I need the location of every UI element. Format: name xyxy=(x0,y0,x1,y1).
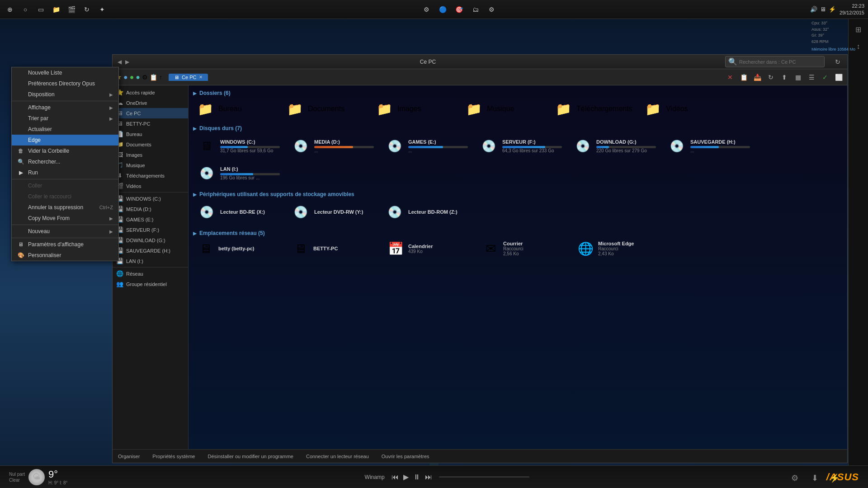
taskbar-center-icon-1[interactable]: ⚙ xyxy=(420,3,433,16)
tb-check-icon[interactable]: ✓ xyxy=(819,71,831,83)
drive-lan-i[interactable]: 💿 LAN (I:) 196 Go libres sur ... xyxy=(193,161,283,185)
play-icon[interactable]: ▶ xyxy=(403,473,409,481)
cm-parametres-affichage[interactable]: 🖥 Paramètres d'affichage xyxy=(12,239,118,250)
sidebar-item-images[interactable]: 🖼 Images xyxy=(113,150,188,160)
folder-documents[interactable]: 📁 Documents xyxy=(283,99,368,119)
br-icon-2[interactable]: ⬇ xyxy=(808,472,821,484)
refresh-icon[interactable]: ↻ xyxy=(832,56,844,68)
tb-view2-icon[interactable]: ☰ xyxy=(806,71,817,83)
drive-download-g[interactable]: 💿 DOWNLOAD (G:) 220 Go libres sur 279 Go xyxy=(569,134,660,158)
fm-search-bar[interactable]: 🔍 xyxy=(725,56,825,67)
br-icon-1[interactable]: ⚙ xyxy=(788,472,801,484)
drive-dvd-y[interactable]: 💿 Lecteur DVD-RW (Y:) xyxy=(287,200,377,224)
toolbar-icon-5[interactable]: 📋 xyxy=(150,74,157,81)
taskbar-icon-3[interactable]: ▭ xyxy=(34,3,47,16)
next-icon[interactable]: ⏭ xyxy=(425,473,432,481)
cm-preferences[interactable]: Préférences Directory Opus xyxy=(12,78,118,89)
sidebar-item-reseau[interactable]: 🌐 Réseau xyxy=(113,268,188,279)
cm-affichage[interactable]: Affichage ▶ xyxy=(12,102,118,113)
sidebar-item-groupe[interactable]: 👥 Groupe résidentiel xyxy=(113,279,188,289)
br-icon-3[interactable]: ⚡ xyxy=(828,472,841,484)
drive-bd-x[interactable]: 💿 Lecteur BD-RE (X:) xyxy=(193,200,283,224)
drive-windows-c[interactable]: 🖥 WINDOWS (C:) 31,7 Go libres sur 59,6 G… xyxy=(193,134,283,158)
network-edge[interactable]: 🌐 Microsoft Edge Raccourci 2,43 Ko xyxy=(573,239,663,258)
nav-back[interactable]: ◀ xyxy=(116,59,123,65)
fm-tab-close[interactable]: ✕ xyxy=(199,75,203,80)
network-betty[interactable]: 🖥 betty (betty-pc) xyxy=(193,239,283,258)
sidebar-item-bettypc[interactable]: 🖥 BETTY-PC xyxy=(113,118,188,129)
network-courrier[interactable]: ✉ Courrier Raccourci 2,56 Ko xyxy=(478,239,568,258)
folder-telechargements[interactable]: 📁 Téléchargements xyxy=(551,99,637,119)
folder-bureau[interactable]: 📁 Bureau xyxy=(193,99,279,119)
prev-icon[interactable]: ⏮ xyxy=(392,473,399,481)
sidebar-item-onedrive[interactable]: ☁ OneDrive xyxy=(113,98,188,108)
toolbar-icon-3[interactable]: ● xyxy=(136,73,140,81)
taskbar-center-icon-4[interactable]: 🗂 xyxy=(469,3,482,16)
toolbar-icon-6[interactable]: ↑ xyxy=(159,74,162,81)
cm-nouveau[interactable]: Nouveau ▶ xyxy=(12,226,118,237)
statusbar-proprietes[interactable]: Propriétés système xyxy=(151,453,197,460)
toolbar-icon-2[interactable]: ● xyxy=(130,73,134,81)
statusbar-connecter[interactable]: Connecter un lecteur réseau xyxy=(304,453,371,460)
sidebar-item-telechargements[interactable]: ⬇ Téléchargements xyxy=(113,170,188,181)
drive-sauvegarde-h[interactable]: 💿 SAUVEGARDE (H:) ... xyxy=(663,134,754,158)
taskbar-center-icon-2[interactable]: 🔵 xyxy=(437,3,449,16)
sidebar-item-musique[interactable]: 🎵 Musique xyxy=(113,160,188,170)
tb-paste-icon[interactable]: 📥 xyxy=(751,71,763,83)
sidebar-item-download-g[interactable]: 💾 DOWNLOAD (G:) xyxy=(113,235,188,245)
drive-serveur-f[interactable]: 💿 SERVEUR (F:) 64,3 Go libres sur 233 Go xyxy=(475,134,566,158)
folder-videos[interactable]: 📁 Vidéos xyxy=(641,99,726,119)
drive-bd-z[interactable]: 💿 Lecteur BD-ROM (Z:) xyxy=(381,200,472,224)
taskbar-icon-refresh[interactable]: ↻ xyxy=(80,3,93,16)
cm-copy-move[interactable]: Copy Move From ▶ xyxy=(12,213,118,224)
nav-forward[interactable]: ▶ xyxy=(124,59,131,65)
taskbar-icon-star[interactable]: ✦ xyxy=(96,3,108,16)
tb-up-icon[interactable]: ⬆ xyxy=(778,71,790,83)
cm-annuler[interactable]: Annuler la suppression Ctrl+Z xyxy=(12,202,118,213)
statusbar-desinstaller[interactable]: Désinstaller ou modifier un programme xyxy=(206,453,295,460)
cm-trier-par[interactable]: Trier par ▶ xyxy=(12,113,118,124)
sidebar-item-documents[interactable]: 📁 Documents xyxy=(113,139,188,150)
network-icon[interactable]: 🖥 xyxy=(820,6,826,13)
drive-media-d[interactable]: 💿 MEDIA (D:) ... xyxy=(287,134,377,158)
cm-edge[interactable]: Edge xyxy=(12,135,118,145)
fm-tab[interactable]: 🖥 Ce PC ✕ xyxy=(169,74,208,81)
statusbar-organiser[interactable]: Organiser xyxy=(116,453,142,460)
search-input[interactable] xyxy=(739,59,821,65)
sidebar-item-media-d[interactable]: 💾 MEDIA (D:) xyxy=(113,204,188,214)
drive-games-e[interactable]: 💿 GAMES (E:) ... xyxy=(381,134,472,158)
taskbar-icon-media[interactable]: 🎬 xyxy=(65,3,78,16)
statusbar-ouvrir[interactable]: Ouvrir les paramètres xyxy=(380,453,431,460)
cm-vider-corbeille[interactable]: 🗑 Vider la Corbeille xyxy=(12,145,118,156)
cm-nouvelle-liste[interactable]: Nouvelle Liste xyxy=(12,67,118,78)
taskbar-icon-2[interactable]: ○ xyxy=(19,3,32,16)
cm-actualiser[interactable]: Actualiser xyxy=(12,124,118,135)
tb-close-icon[interactable]: ✕ xyxy=(724,71,736,83)
network-calendrier[interactable]: 📅 Calendrier 439 Ko xyxy=(383,239,473,258)
sidebar-item-videos[interactable]: 🎬 Vidéos xyxy=(113,181,188,191)
sidebar-item-bureau[interactable]: 📄 Bureau xyxy=(113,129,188,139)
tb-settings-icon[interactable]: ⬜ xyxy=(833,71,844,83)
taskbar-icon-folder[interactable]: 📁 xyxy=(50,3,62,16)
sidebar-item-serveur-f[interactable]: 💾 SERVEUR (F:) xyxy=(113,225,188,235)
toolbar-icon-4[interactable]: ⚙ xyxy=(142,74,148,81)
winamp-progress[interactable] xyxy=(439,476,529,478)
sidebar-item-windows-c[interactable]: 💾 WINDOWS (C:) xyxy=(113,193,188,204)
folder-images[interactable]: 📁 Images xyxy=(372,99,458,119)
taskbar-icon-start[interactable]: ⊕ xyxy=(4,3,16,16)
pause-icon[interactable]: ⏸ xyxy=(413,473,420,481)
sidebar-item-sauvegarde-h[interactable]: 💾 SAUVEGARDE (H:) xyxy=(113,245,188,256)
taskbar-center-icon-3[interactable]: 🎯 xyxy=(453,3,466,16)
battery-icon[interactable]: ⚡ xyxy=(829,6,836,13)
tb-copy-icon[interactable]: 📋 xyxy=(738,71,750,83)
toolbar-icon-1[interactable]: ● xyxy=(123,73,128,81)
tb-view1-icon[interactable]: ▦ xyxy=(792,71,804,83)
sidebar-item-cepc[interactable]: 🖥 Ce PC xyxy=(113,108,188,118)
sidebar-item-games-e[interactable]: 💾 GAMES (E:) xyxy=(113,214,188,225)
sidebar-item-lan-i[interactable]: 💾 LAN (I:) xyxy=(113,256,188,266)
cm-rechercher[interactable]: 🔍 Rechercher... xyxy=(12,156,118,167)
cm-personnaliser[interactable]: 🎨 Personnaliser xyxy=(12,250,118,261)
volume-icon[interactable]: 🔊 xyxy=(810,6,817,13)
network-bettypc[interactable]: 🖥 BETTY-PC xyxy=(288,239,378,258)
tb-refresh-icon[interactable]: ↻ xyxy=(765,71,777,83)
